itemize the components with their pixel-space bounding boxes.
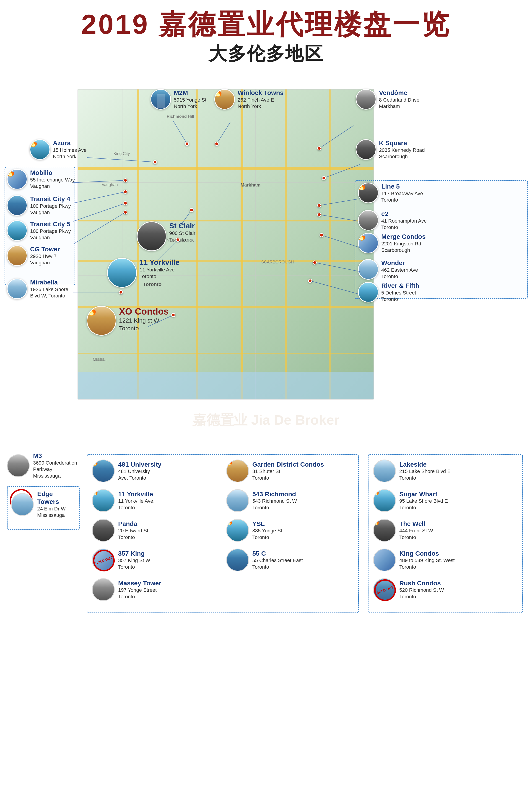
prop-row-55c: 55 C 55 Charles Street East Toronto <box>226 549 354 571</box>
prop-row-massey: Massey Tower 197 Yonge Street Toronto <box>92 578 220 601</box>
prop-img-garden: 🔥 <box>226 459 249 483</box>
pin-e2 <box>317 213 321 217</box>
prop-img-tc4 <box>7 195 27 216</box>
prop-info-ksquare: K Square 2035 Kennedy Road Scarborough <box>379 139 425 160</box>
map-section: Richmond Hill King City Vaughan Markham … <box>0 75 532 441</box>
fire-icon-line5: 🔥 <box>358 183 367 190</box>
pin-xo <box>171 313 175 317</box>
pin-cgtower <box>124 210 128 214</box>
prop-xo: 🔥 XO Condos 1221 King st W Toronto <box>87 306 169 335</box>
prop-img-ysl: 🔥 <box>226 519 249 542</box>
prop-img-11york2: 🔥 <box>92 489 115 512</box>
prop-info-garden: Garden District Condos 81 Shuter St Toro… <box>252 461 324 482</box>
prop-e2: e2 41 Roehampton Ave Toronto <box>358 210 426 231</box>
pin-mobilio <box>124 178 128 182</box>
prop-img-lakeside <box>373 459 396 483</box>
pin-tc5 <box>124 201 128 205</box>
prop-info-stclair: St Clair 900 St Clair Toronto <box>169 221 195 243</box>
prop-line5: 🔥 Line 5 117 Broadway Ave Toronto <box>358 183 423 203</box>
pin-ksquare <box>322 176 326 180</box>
prop-info-riverfifth: River & Fifth 5 Defries Street Toronto <box>381 282 419 303</box>
prop-row-rush-wrapper: SOLD OUT Rush Condos 520 Richmond St W T… <box>373 578 518 601</box>
prop-cgtower: CG Tower 2920 Hwy 7 Vaughan <box>7 246 60 266</box>
prop-img-mobilio: 🔥 <box>7 169 27 189</box>
prop-row-thewell: 🔥 The Well 444 Front St W Toronto <box>373 519 518 542</box>
fire-icon-thewell: 🔥 <box>373 519 380 525</box>
pin-11york <box>176 238 180 242</box>
prop-info-m2m: M2M 5915 Yonge St North York <box>174 89 206 110</box>
prop-info-cgtower: CG Tower 2920 Hwy 7 Vaughan <box>30 246 60 266</box>
prop-row-357-wrapper: SOLD OUT 357 King 357 King St W Toronto <box>92 549 220 571</box>
prop-info-massey: Massey Tower 197 Yonge Street Toronto <box>118 579 161 600</box>
prop-riverfifth: River & Fifth 5 Defries Street Toronto <box>358 282 419 303</box>
pin-winlock <box>214 142 219 146</box>
sub-title: 大多伦多地区 <box>0 41 532 66</box>
prop-azura: 🔥 Azura 15 Holmes Ave North York <box>30 139 87 160</box>
prop-img-cgtower <box>7 246 27 266</box>
prop-img-azura: 🔥 <box>30 139 50 160</box>
prop-info-11york2: 11 Yorkville 11 Yorkville Ave, Toronto <box>118 490 155 511</box>
prop-info-edge: Edge Towers 24 Elm Dr W Mississauga <box>37 490 76 519</box>
prop-img-massey <box>92 578 115 601</box>
prop-row-panda: Panda 20 Edward St Toronto <box>92 519 220 542</box>
fire-icon-mobilio: 🔥 <box>7 169 16 177</box>
prop-11york-map: 11 Yorkville 11 Yorkville Ave Toronto <box>107 258 179 288</box>
prop-row-edge: Edge Towers 24 Elm Dr W Mississauga <box>11 490 76 519</box>
fire-icon-winlock: 🔥 <box>214 89 223 97</box>
prop-row-sugarwharf: 🔥 Sugar Wharf 95 Lake Shore Blvd E Toron… <box>373 489 518 512</box>
prop-mirabella: Mirabella 1926 Lake Shore Blvd W, Toront… <box>7 278 69 299</box>
prop-img-55c <box>226 549 249 571</box>
prop-row-garden: 🔥 Garden District Condos 81 Shuter St To… <box>226 459 354 483</box>
prop-row-543: 543 Richmond 543 Richmond St W Toronto <box>226 489 354 512</box>
prop-img-stclair <box>137 221 167 251</box>
center-sub-col1: 🔥 481 University 481 University Ave, Tor… <box>92 459 220 608</box>
prop-img-line5: 🔥 <box>358 183 379 203</box>
prop-stclair: St Clair 900 St Clair Toronto <box>137 221 195 251</box>
prop-info-543: 543 Richmond 543 Richmond St W Toronto <box>252 490 297 511</box>
prop-info-line5: Line 5 117 Broadway Ave Toronto <box>381 183 423 203</box>
prop-img-481: 🔥 <box>92 459 115 483</box>
prop-info-mirabella: Mirabella 1926 Lake Shore Blvd W, Toront… <box>30 278 69 299</box>
prop-row-481: 🔥 481 University 481 University Ave, Tor… <box>92 459 220 483</box>
pin-m2m <box>185 142 189 146</box>
pin-tc4 <box>124 190 128 194</box>
prop-info-winlock: Winlock Towns 262 Finch Ave E North York <box>238 89 283 110</box>
prop-img-m2m <box>151 89 171 110</box>
map-background: Richmond Hill King City Vaughan Markham … <box>78 89 374 399</box>
prop-img-wonder <box>358 259 379 280</box>
prop-img-mirabella <box>7 278 27 299</box>
pin-azura <box>153 160 157 164</box>
edge-towers-box: SOLD OUT Edge Towers 24 Elm Dr W Mississ… <box>7 486 80 529</box>
fire-icon-11york2: 🔥 <box>92 489 99 496</box>
prop-info-panda: Panda 20 Edward St Toronto <box>118 520 148 541</box>
lower-section: M3 3690 Confederation Parkway Mississaug… <box>0 448 532 620</box>
prop-img-edge <box>11 493 34 516</box>
prop-img-thewell: 🔥 <box>373 519 396 542</box>
pin-riverfifth <box>308 279 312 283</box>
pin-line5 <box>317 203 321 207</box>
prop-row-m3: M3 3690 Confederation Parkway Mississaug… <box>7 452 80 479</box>
pin-vendome <box>317 146 321 150</box>
prop-info-wonder: Wonder 462 Eastern Ave Toronto <box>381 259 418 280</box>
prop-img-tc5 <box>7 220 27 241</box>
toronto-center-box: 🔥 481 University 481 University Ave, Tor… <box>87 454 359 613</box>
prop-info-vendome: Vendôme 8 Cedarland Drive Markham <box>379 89 419 110</box>
prop-tc5: Transit City 5 100 Portage Pkwy Vaughan <box>7 220 71 241</box>
prop-info-mobilio: Mobilio 55 Interchange Way Vaughan <box>30 169 75 190</box>
prop-merge: 🔥 Merge Condos 2201 Kingston Rd Scarboro… <box>358 233 425 254</box>
prop-info-m3: M3 3690 Confederation Parkway Mississaug… <box>33 452 77 479</box>
prop-img-sugarwharf: 🔥 <box>373 489 396 512</box>
prop-img-merge: 🔥 <box>358 233 379 253</box>
pin-merge <box>320 233 324 237</box>
prop-img-m3 <box>7 454 30 477</box>
prop-row-kingcondos: King Condos 489 to 539 King St. West Tor… <box>373 549 518 571</box>
prop-info-kingcondos: King Condos 489 to 539 King St. West Tor… <box>399 550 455 570</box>
prop-img-vendome <box>356 89 376 110</box>
prop-info-merge: Merge Condos 2201 Kingston Rd Scarboroug… <box>381 233 425 254</box>
prop-info-481: 481 University 481 University Ave, Toron… <box>118 461 162 482</box>
prop-img-ksquare <box>356 139 376 160</box>
prop-row-ysl: 🔥 YSL 385 Yonge St Toronto <box>226 519 354 542</box>
prop-info-thewell: The Well 444 Front St W Toronto <box>399 520 433 541</box>
toronto-right-box: Lakeside 215 Lake Shore Blvd E Toronto 🔥… <box>368 454 523 613</box>
prop-img-riverfifth <box>358 282 379 303</box>
